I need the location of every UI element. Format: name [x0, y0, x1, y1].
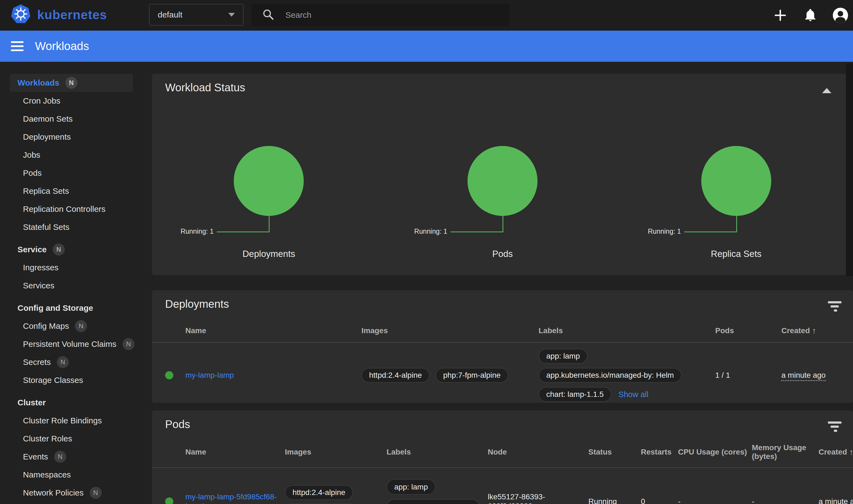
filter-icon[interactable] — [827, 300, 842, 314]
pie-legend-label: Running: 1 — [648, 228, 681, 235]
sidebar-item-cluster-role-bindings[interactable]: Cluster Role Bindings — [10, 412, 133, 430]
sidebar-item-pods[interactable]: Pods — [10, 164, 133, 182]
workload-status-card: Workload Status Running: 1 Deployments R… — [152, 74, 853, 275]
column-header-name[interactable]: Name — [185, 326, 361, 335]
sidebar-item-label: Cluster Roles — [23, 434, 72, 443]
sidebar-item-ingresses[interactable]: Ingresses — [10, 258, 133, 276]
sidebar-item-namespaces[interactable]: Namespaces — [10, 466, 133, 484]
new-badge: N — [54, 451, 66, 463]
column-header-status: Status — [588, 448, 641, 456]
pod-name-link[interactable]: my-lamp-lamp-5fd985cf68-jwvz4 — [185, 492, 277, 504]
column-header-restarts: Restarts — [641, 448, 678, 456]
pie-chart-title: Replica Sets — [619, 249, 853, 259]
sidebar-item-label: Jobs — [23, 150, 40, 160]
vertical-scrollbar-thumb[interactable] — [846, 64, 853, 276]
column-header-node: Node — [488, 448, 588, 456]
page-title: Workloads — [35, 40, 89, 53]
sidebar-item-config-and-storage[interactable]: Config and Storage — [10, 299, 133, 317]
sidebar-item-label: Pods — [23, 168, 41, 178]
sidebar-item-workloads[interactable]: WorkloadsN — [10, 74, 133, 92]
deployments-card: Deployments Name Images Labels Pods Crea… — [152, 290, 853, 403]
images-cell: httpd:2.4-alpinephp:7-fpm-alpine — [361, 368, 538, 383]
labels-cell: app: lamppod-template-hash: 5fd985cf68 — [387, 479, 488, 504]
column-header-name[interactable]: Name — [185, 448, 285, 456]
sidebar-item-label: Stateful Sets — [23, 222, 69, 232]
user-account-avatar[interactable] — [832, 6, 849, 24]
sidebar-item-label: Cron Jobs — [23, 96, 60, 106]
table-row: my-lamp-lamp-5fd985cf68-jwvz4 httpd:2.4-… — [152, 468, 853, 504]
sidebar-item-secrets[interactable]: SecretsN — [10, 353, 133, 371]
sidebar-item-label: Persistent Volume Claims — [23, 340, 117, 349]
sidebar-item-cluster[interactable]: Cluster — [10, 394, 133, 412]
column-header-created[interactable]: Created ↑ — [819, 447, 853, 457]
sidebar-item-stateful-sets[interactable]: Stateful Sets — [10, 218, 133, 236]
sidebar-item-label: Cluster Role Bindings — [23, 416, 102, 425]
sidebar-item-label: Network Policies — [23, 488, 84, 498]
sidebar-item-label: Cluster — [18, 398, 46, 407]
sidebar-item-config-maps[interactable]: Config MapsN — [10, 317, 133, 335]
label-chip: app.kubernetes.io/managed-by: Helm — [538, 368, 681, 383]
filter-icon[interactable] — [827, 420, 842, 434]
sidebar-item-jobs[interactable]: Jobs — [10, 146, 133, 164]
sidebar-item-replica-sets[interactable]: Replica Sets — [10, 182, 133, 200]
pie-slice-running — [701, 146, 771, 216]
search-input[interactable] — [285, 10, 510, 20]
column-header-created[interactable]: Created ↑ — [781, 326, 840, 335]
column-header-pods: Pods — [715, 326, 781, 335]
namespace-selector[interactable]: default — [149, 4, 244, 26]
kubernetes-logo-text: kubernetes — [37, 7, 107, 22]
app-bar: Workloads — [0, 31, 853, 62]
sort-ascending-icon: ↑ — [812, 326, 816, 335]
sort-ascending-icon: ↑ — [849, 447, 853, 457]
pie-chart-title: Pods — [386, 249, 620, 259]
sidebar-item-label: Config Maps — [23, 321, 69, 331]
table-row: my-lamp-lamp httpd:2.4-alpinephp:7-fpm-a… — [152, 343, 853, 403]
deployment-name-link[interactable]: my-lamp-lamp — [185, 371, 234, 379]
sidebar-item-label: Service — [18, 245, 47, 254]
label-chip: app: lamp — [387, 479, 436, 495]
sidebar-item-services[interactable]: Services — [10, 276, 133, 295]
sidebar-item-label: Secrets — [23, 358, 51, 367]
column-header-labels: Labels — [538, 326, 715, 335]
sidebar-item-label: Ingresses — [23, 263, 58, 272]
pie-legend-label: Running: 1 — [180, 228, 214, 235]
sidebar-item-deployments[interactable]: Deployments — [10, 128, 133, 146]
status-ok-dot — [165, 498, 173, 504]
sidebar-item-persistent-volume-claims[interactable]: Persistent Volume ClaimsN — [10, 335, 133, 353]
menu-hamburger-icon[interactable] — [11, 41, 23, 51]
notifications-bell-icon[interactable] — [802, 6, 819, 24]
sidebar-item-label: Replication Controllers — [23, 204, 106, 214]
column-header-memory-usage: Memory Usage (bytes) — [752, 443, 819, 461]
cpu-usage-cell: - — [678, 497, 752, 504]
show-all-labels-link[interactable]: Show all — [618, 390, 648, 399]
new-badge: N — [65, 77, 77, 89]
new-badge: N — [57, 356, 69, 368]
label-chip: php:7-fpm-alpine — [436, 368, 508, 383]
sidebar-item-network-policies[interactable]: Network PoliciesN — [10, 484, 133, 502]
pods-card-title: Pods — [165, 418, 190, 431]
create-new-resource-button[interactable] — [771, 6, 789, 24]
sidebar-item-events[interactable]: EventsN — [10, 448, 133, 466]
labels-cell: Show all app: lampapp.kubernetes.io/mana… — [538, 349, 715, 402]
sidebar-item-cluster-roles[interactable]: Cluster Roles — [10, 430, 133, 448]
kubernetes-logo[interactable]: kubernetes — [11, 4, 107, 26]
pie-chart-pods: Running: 1 Pods — [386, 74, 620, 275]
created-cell: a minute ago — [819, 497, 853, 504]
sidebar-item-cron-jobs[interactable]: Cron Jobs — [10, 92, 133, 110]
column-header-images: Images — [285, 448, 387, 456]
pie-slice-running — [467, 146, 537, 216]
sidebar-item-service[interactable]: ServiceN — [10, 240, 133, 258]
sidebar-item-label: Services — [23, 281, 54, 290]
images-cell: httpd:2.4-alpinephp:7-fpm-alpine — [285, 485, 387, 504]
sidebar-item-label: Events — [23, 452, 48, 461]
label-chip: httpd:2.4-alpine — [285, 485, 353, 500]
column-header-labels: Labels — [387, 448, 488, 456]
sidebar-item-daemon-sets[interactable]: Daemon Sets — [10, 110, 133, 128]
label-chip: chart: lamp-1.1.5 — [538, 387, 611, 402]
sidebar-item-label: Namespaces — [23, 470, 71, 480]
search-bar[interactable] — [251, 4, 510, 26]
sidebar-item-storage-classes[interactable]: Storage Classes — [10, 371, 133, 389]
status-ok-dot — [165, 371, 173, 379]
sidebar-item-replication-controllers[interactable]: Replication Controllers — [10, 200, 133, 218]
kubernetes-logo-icon — [11, 4, 31, 26]
